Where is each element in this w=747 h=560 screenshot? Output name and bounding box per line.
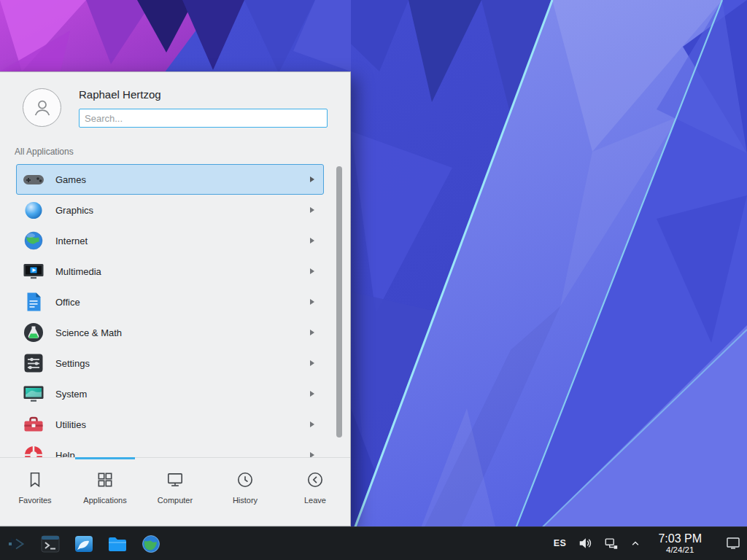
category-internet[interactable]: Internet [16,225,324,256]
time-label: 7:03 PM [658,532,702,545]
tab-history[interactable]: History [210,458,280,526]
category-label: Multimedia [55,266,101,277]
terminal-app-button[interactable] [39,533,61,555]
category-games[interactable]: Games [16,164,324,195]
chevron-right-icon [309,237,315,244]
category-utilities[interactable]: Utilities [16,409,324,440]
tab-label: Favorites [18,496,51,505]
category-office[interactable]: Office [16,287,324,317]
folder-app-button[interactable] [107,533,128,555]
chevron-right-icon [309,359,315,367]
app-launcher-button[interactable] [6,533,28,555]
category-label: Settings [55,358,90,369]
application-launcher-menu: Raphael Hertzog All Applications Games [0,71,351,526]
sliders-icon [22,351,45,375]
grid-icon [96,470,115,489]
chevron-right-icon [309,390,315,397]
category-label: Utilities [55,419,86,430]
sphere-icon [22,198,45,222]
category-label: Graphics [55,205,93,216]
dolphin-app-button[interactable] [73,533,95,555]
browser-app-button[interactable] [140,533,162,555]
tab-applications[interactable]: Applications [70,458,140,526]
dolphin-file-manager-icon [73,533,95,555]
category-list: Games Graphics [0,164,334,459]
clock-widget[interactable]: 7:03 PM 4/24/21 [658,532,702,556]
chevron-right-icon [309,268,315,275]
category-system[interactable]: System [16,378,324,409]
system-monitor-icon [22,382,45,405]
user-icon [31,97,53,119]
bookmark-icon [26,470,44,489]
monitor-play-icon [22,260,45,283]
computer-icon [166,470,185,489]
category-settings[interactable]: Settings [16,348,324,378]
desktop: Raphael Hertzog All Applications Games [0,0,747,560]
gamepad-icon [22,168,45,191]
list-scrollbar[interactable] [336,166,342,438]
folder-icon [107,533,128,555]
category-science-math[interactable]: Science & Math [16,317,324,348]
leave-icon [306,470,325,489]
chevron-right-icon [309,176,315,183]
toolbox-icon [22,413,45,436]
tab-label: Computer [158,496,193,505]
launcher-tabstrip: Favorites Applications Computer [0,457,350,526]
volume-button[interactable] [578,536,592,551]
category-label: Science & Math [55,327,122,338]
tab-label: Applications [83,496,126,505]
lifebuoy-icon [22,443,45,459]
clock-icon [236,470,255,489]
category-label: Office [55,297,80,308]
expander-arrow-icon [630,538,640,548]
tab-label: Leave [304,496,326,505]
web-browser-icon [140,533,162,555]
section-label: All Applications [15,147,74,157]
chevron-right-icon [309,206,315,214]
category-label: Internet [55,236,88,246]
flask-icon [22,321,45,344]
category-help[interactable]: Help [16,440,324,459]
show-desktop-button[interactable] [725,536,741,551]
date-label: 4/24/21 [666,545,694,555]
chevron-right-icon [309,329,315,336]
tab-favorites[interactable]: Favorites [0,458,70,526]
tab-leave[interactable]: Leave [280,458,350,526]
taskbar: ES 7:03 PM 4/24/21 [0,526,747,560]
globe-icon [22,229,45,252]
tab-computer[interactable]: Computer [140,458,210,526]
category-label: Games [55,174,86,185]
chevron-right-icon [309,298,315,306]
chevron-right-icon [309,421,315,428]
category-label: System [55,389,87,400]
network-button[interactable] [604,536,619,551]
category-graphics[interactable]: Graphics [16,195,324,225]
terminal-icon [39,533,61,555]
search-input[interactable] [79,109,328,128]
user-name: Raphael Hertzog [79,88,161,101]
category-multimedia[interactable]: Multimedia [16,256,324,287]
volume-icon [578,536,592,551]
document-icon [22,290,45,314]
wired-network-icon [604,536,619,551]
show-desktop-icon [725,536,741,551]
user-avatar [23,88,61,127]
keyboard-layout-indicator[interactable]: ES [554,538,567,548]
tab-label: History [233,496,258,505]
app-launcher-icon [6,533,28,555]
tray-expander-button[interactable] [630,538,640,548]
